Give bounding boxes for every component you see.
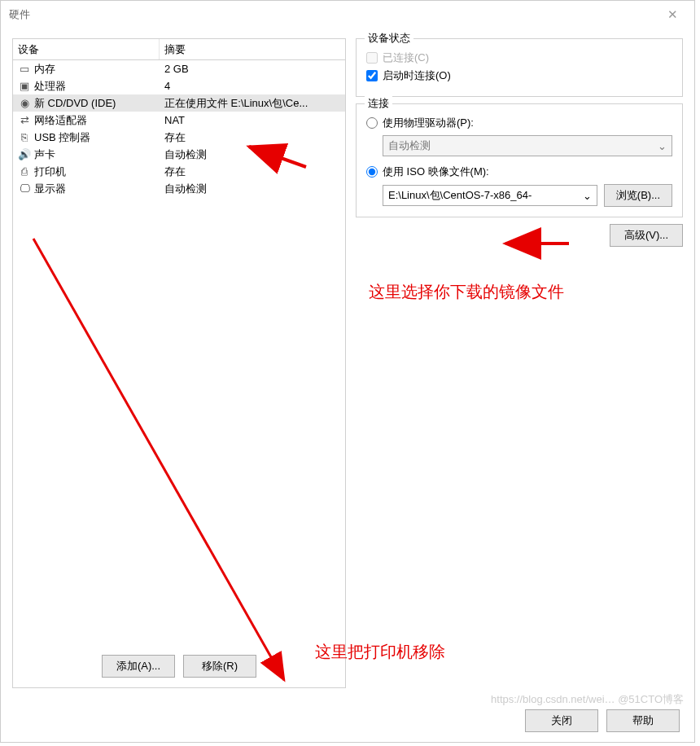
advanced-button[interactable]: 高级(V)...	[610, 224, 683, 247]
hardware-dialog: 硬件 ✕ 设备 摘要 ▭内存2 GB▣处理器4◉新 CD/DVD (IDE)正在…	[0, 0, 695, 743]
browse-button[interactable]: 浏览(B)...	[604, 184, 672, 207]
device-list-panel: 设备 摘要 ▭内存2 GB▣处理器4◉新 CD/DVD (IDE)正在使用文件 …	[12, 38, 346, 688]
iso-file-label: 使用 ISO 映像文件(M):	[383, 165, 489, 179]
device-name: 显示器	[34, 182, 66, 196]
right-panel: 设备状态 已连接(C) 启动时连接(O) 连接 使用物理驱动器(P):	[356, 38, 683, 688]
device-name: USB 控制器	[34, 130, 90, 145]
table-row[interactable]: ⎘USB 控制器存在	[13, 129, 345, 146]
chevron-down-icon: ⌄	[583, 190, 592, 202]
col-header-device[interactable]: 设备	[13, 39, 160, 59]
device-name: 处理器	[34, 79, 66, 94]
iso-file-value: E:\Linux\包\CentOS-7-x86_64-	[388, 188, 532, 203]
iso-file-radio[interactable]	[366, 166, 378, 178]
physical-drive-radio-row[interactable]: 使用物理驱动器(P):	[366, 116, 672, 130]
device-summary: 自动检测	[160, 182, 345, 196]
usb-icon: ⎘	[18, 131, 31, 144]
printer-icon: ⎙	[18, 165, 31, 178]
iso-file-radio-row[interactable]: 使用 ISO 映像文件(M):	[366, 165, 672, 179]
connect-on-power-label: 启动时连接(O)	[383, 68, 451, 83]
device-summary: 存在	[160, 130, 345, 145]
iso-file-select[interactable]: E:\Linux\包\CentOS-7-x86_64- ⌄	[383, 185, 597, 206]
display-icon: 🖵	[18, 182, 31, 195]
chevron-down-icon: ⌄	[658, 140, 667, 152]
device-table-rows: ▭内存2 GB▣处理器4◉新 CD/DVD (IDE)正在使用文件 E:\Lin…	[13, 60, 345, 647]
device-name: 声卡	[34, 147, 55, 162]
close-button[interactable]: 关闭	[525, 709, 598, 732]
table-row[interactable]: ⇄网络适配器NAT	[13, 112, 345, 129]
device-table-header: 设备 摘要	[13, 39, 345, 60]
device-summary: 2 GB	[160, 63, 345, 75]
add-button[interactable]: 添加(A)...	[102, 655, 175, 678]
device-status-group: 设备状态 已连接(C) 启动时连接(O)	[356, 38, 683, 97]
table-row[interactable]: ⎙打印机存在	[13, 163, 345, 180]
sound-icon: 🔊	[18, 148, 31, 161]
memory-icon: ▭	[18, 63, 31, 76]
connect-on-power-checkbox[interactable]	[366, 70, 378, 81]
connect-on-power-row[interactable]: 启动时连接(O)	[366, 68, 672, 83]
titlebar: 硬件 ✕	[1, 1, 694, 29]
table-row[interactable]: 🖵显示器自动检测	[13, 180, 345, 197]
remove-button[interactable]: 移除(R)	[183, 655, 256, 678]
table-row[interactable]: ▣处理器4	[13, 77, 345, 94]
device-summary: 4	[160, 80, 345, 92]
table-row[interactable]: ▭内存2 GB	[13, 60, 345, 77]
device-name: 打印机	[34, 165, 66, 179]
network-icon: ⇄	[18, 114, 31, 127]
watermark: https://blog.csdn.net/wei… @51CTO博客	[491, 692, 684, 707]
physical-drive-label: 使用物理驱动器(P):	[383, 116, 474, 130]
device-summary: NAT	[160, 114, 345, 126]
physical-drive-radio[interactable]	[366, 117, 378, 129]
device-name: 网络适配器	[34, 113, 87, 128]
device-name: 内存	[34, 62, 55, 77]
connection-group: 连接 使用物理驱动器(P): 自动检测 ⌄ 使用 ISO 映像文件(M):	[356, 103, 683, 217]
connected-label: 已连接(C)	[383, 50, 429, 65]
col-header-summary[interactable]: 摘要	[160, 39, 345, 59]
connected-checkbox-row: 已连接(C)	[366, 50, 672, 65]
window-title: 硬件	[9, 7, 658, 22]
table-row[interactable]: 🔊声卡自动检测	[13, 146, 345, 163]
connection-legend: 连接	[365, 96, 392, 111]
connected-checkbox	[366, 52, 378, 64]
device-name: 新 CD/DVD (IDE)	[34, 96, 116, 111]
device-summary: 正在使用文件 E:\Linux\包\Ce...	[160, 96, 345, 111]
device-summary: 存在	[160, 165, 345, 179]
device-status-legend: 设备状态	[365, 31, 413, 46]
physical-drive-value: 自动检测	[388, 138, 431, 153]
device-summary: 自动检测	[160, 147, 345, 162]
cd-icon: ◉	[18, 97, 31, 110]
cpu-icon: ▣	[18, 80, 31, 93]
close-icon[interactable]: ✕	[658, 7, 686, 22]
help-button[interactable]: 帮助	[606, 709, 680, 732]
physical-drive-select: 自动检测 ⌄	[383, 135, 672, 156]
table-row[interactable]: ◉新 CD/DVD (IDE)正在使用文件 E:\Linux\包\Ce...	[13, 94, 345, 112]
